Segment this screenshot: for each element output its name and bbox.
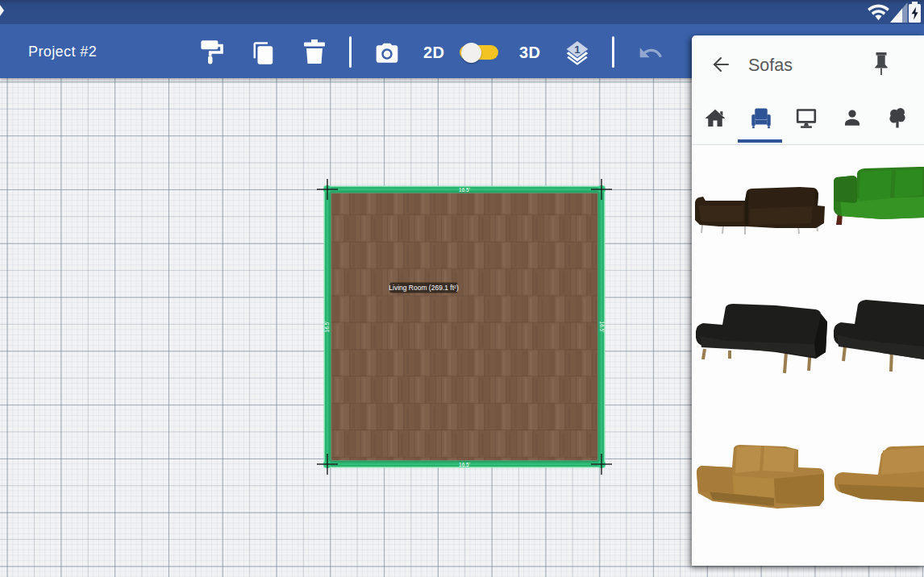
svg-text:16.5': 16.5' (324, 322, 330, 333)
svg-text:16.5': 16.5' (459, 187, 470, 193)
svg-text:1: 1 (574, 44, 581, 56)
svg-text:16.5': 16.5' (599, 322, 605, 333)
svg-text:Living Room (269.1 ft²): Living Room (269.1 ft²) (389, 284, 459, 292)
svg-text:16.5': 16.5' (459, 462, 470, 467)
